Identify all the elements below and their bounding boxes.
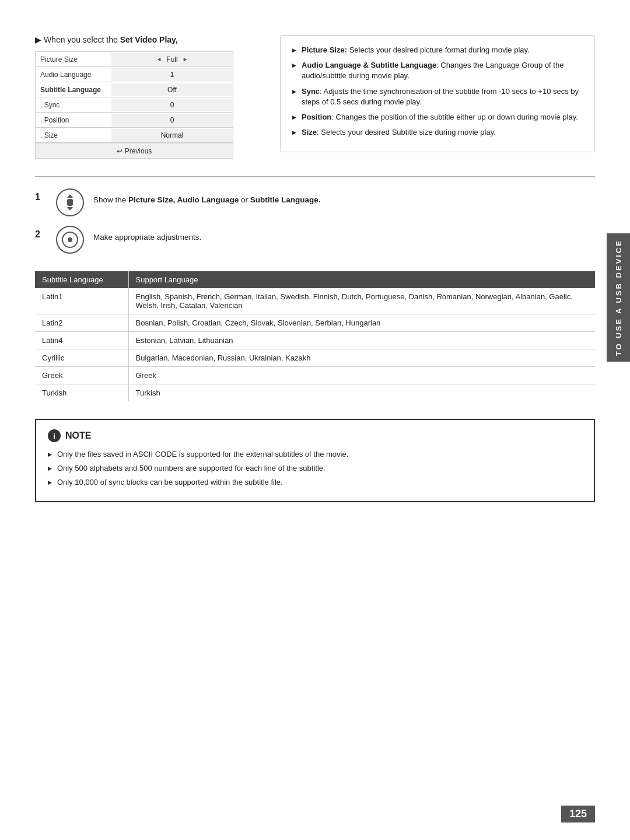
value-subtitle-language: Off (111, 83, 233, 96)
right-content-box: Picture Size: Selects your desired pictu… (280, 35, 595, 152)
settings-row-position: . Position 0 (36, 113, 233, 128)
settings-row-audio-language: Audio Language 1 (36, 67, 233, 82)
scroll-icon (67, 194, 73, 211)
note-heading-text: NOTE (65, 430, 91, 441)
right-panel: Picture Size: Selects your desired pictu… (280, 35, 595, 159)
step-2-text: Make appropriate adjustments. (93, 226, 201, 243)
lang-subtitle-cell: Cyrillic (35, 349, 128, 367)
bullet-sync: Sync: Adjusts the time synchronisation o… (292, 86, 583, 107)
side-label-text: TO USE A USB DEVICE (614, 239, 623, 356)
position-value: 0 (170, 116, 174, 124)
page-wrapper: ▶ When you select the Set Video Play, Pi… (0, 0, 630, 840)
lang-support-cell: Bosnian, Polish, Croatian, Czech, Slovak… (128, 314, 595, 332)
label-size: . Size (36, 129, 111, 142)
note-section: i NOTE Only the files saved in ASCII COD… (35, 419, 595, 502)
settings-table: Picture Size ◄ Full ► Audio Language 1 (35, 51, 233, 159)
note-list-item: Only the files saved in ASCII CODE is su… (48, 449, 582, 460)
lang-subtitle-cell: Latin1 (35, 288, 128, 314)
previous-button[interactable]: ↩ Previous (117, 147, 152, 155)
settings-row-previous: ↩ Previous (36, 143, 233, 158)
lang-support-cell: English, Spanish, French, German, Italia… (128, 288, 595, 314)
value-sync: 0 (111, 99, 233, 111)
settings-row-subtitle-language: Subtitle Language Off (36, 82, 233, 97)
note-icon: i (48, 429, 61, 442)
ok-icon (62, 232, 78, 248)
lang-table-row: Latin4 Estonian, Latvian, Lithuanian (35, 332, 595, 349)
step-1-icon (56, 188, 84, 216)
label-sync: . Sync (36, 99, 111, 111)
return-icon: ↩ (117, 147, 123, 155)
label-picture-size: Picture Size (36, 53, 111, 66)
lang-table-row: Cyrillic Bulgarian, Macedonian, Russian,… (35, 349, 595, 367)
settings-row-sync: . Sync 0 (36, 97, 233, 113)
step-2-row: 2 Make appropriate adjustments. (35, 226, 595, 254)
lang-support-cell: Estonian, Latvian, Lithuanian (128, 332, 595, 349)
lang-support-cell: Greek (128, 367, 595, 384)
step-2-icon (56, 226, 84, 254)
lang-subtitle-cell: Greek (35, 367, 128, 384)
audio-language-value: 1 (170, 71, 174, 79)
previous-button-row: ↩ Previous (36, 144, 233, 158)
top-section: ▶ When you select the Set Video Play, Pi… (35, 35, 595, 159)
sync-value: 0 (170, 101, 174, 109)
label-subtitle-language: Subtitle Language (36, 83, 111, 96)
lang-table-header-subtitle: Subtitle Language (35, 271, 128, 288)
previous-label: Previous (125, 147, 152, 155)
bullet-picture-size: Picture Size: Selects your desired pictu… (292, 45, 583, 55)
value-size: Normal (111, 129, 233, 142)
value-position: 0 (111, 114, 233, 127)
feature-bullet-list: Picture Size: Selects your desired pictu… (292, 45, 583, 138)
lang-table-header-support: Support Language (128, 271, 595, 288)
note-list-item: Only 10,000 of sync blocks can be suppor… (48, 477, 582, 488)
step-1-text: Show the Picture Size, Audio Language or… (93, 188, 321, 206)
value-picture-size: ◄ Full ► (111, 53, 233, 66)
lang-support-cell: Bulgarian, Macedonian, Russian, Ukrainia… (128, 349, 595, 367)
label-audio-language: Audio Language (36, 68, 111, 81)
note-heading: i NOTE (48, 429, 582, 442)
lang-table-row: Turkish Turkish (35, 384, 595, 402)
lang-subtitle-cell: Turkish (35, 384, 128, 402)
scroll-bar-icon (67, 199, 73, 206)
heading-text: When you select the (44, 35, 120, 44)
bullet-size: Size: Selects your desired Subtitle size… (292, 127, 583, 138)
value-audio-language: 1 (111, 68, 233, 81)
settings-row-size: . Size Normal (36, 128, 233, 143)
arrow-left-icon: ◄ (156, 56, 162, 62)
step-1-row: 1 Show the Picture Size, Audio Language … (35, 188, 595, 216)
bullet-audio-subtitle: Audio Language & Subtitle Language: Chan… (292, 60, 583, 81)
label-position: . Position (36, 114, 111, 127)
note-list-item: Only 500 alphabets and 500 numbers are s… (48, 463, 582, 474)
step-2-number: 2 (35, 229, 47, 240)
picture-size-value: Full (166, 55, 177, 64)
lang-subtitle-cell: Latin4 (35, 332, 128, 349)
lang-table-row: Latin2 Bosnian, Polish, Croatian, Czech,… (35, 314, 595, 332)
lang-table-row: Greek Greek (35, 367, 595, 384)
step-1-number: 1 (35, 192, 47, 202)
section-heading: ▶ When you select the Set Video Play, (35, 35, 257, 44)
steps-section: 1 Show the Picture Size, Audio Language … (35, 188, 595, 254)
scroll-arrow-up-icon (67, 194, 73, 198)
heading-bold: Set Video Play, (120, 35, 178, 44)
side-label: TO USE A USB DEVICE (607, 233, 630, 362)
left-panel: ▶ When you select the Set Video Play, Pi… (35, 35, 257, 159)
note-list: Only the files saved in ASCII CODE is su… (48, 449, 582, 488)
lang-subtitle-cell: Latin2 (35, 314, 128, 332)
scroll-arrow-down-icon (67, 207, 73, 211)
size-value: Normal (161, 131, 184, 139)
lang-support-cell: Turkish (128, 384, 595, 402)
lang-table-row: Latin1 English, Spanish, French, German,… (35, 288, 595, 314)
subtitle-language-value: Off (167, 86, 177, 94)
section-divider (35, 176, 595, 177)
page-number: 125 (561, 806, 595, 822)
bullet-position: Position: Changes the position of the su… (292, 112, 583, 123)
language-table: Subtitle Language Support Language Latin… (35, 271, 595, 401)
arrow-right-icon: ► (183, 56, 188, 62)
settings-row-picture-size: Picture Size ◄ Full ► (36, 52, 233, 67)
